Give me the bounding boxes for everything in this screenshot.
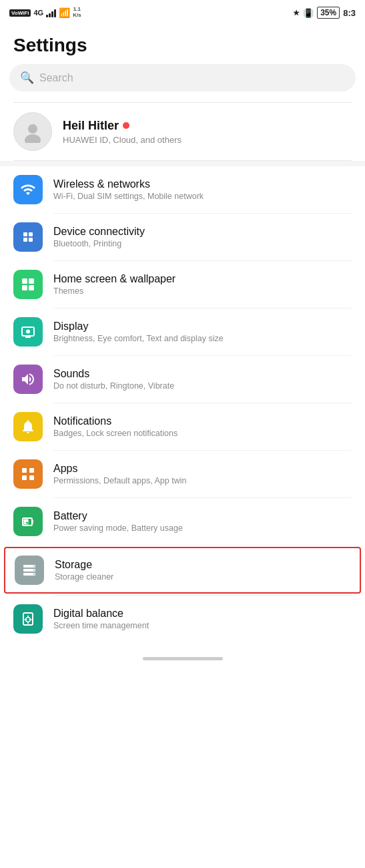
svg-rect-4 [23, 238, 27, 242]
wireless-title: Wireless & networks [53, 178, 352, 190]
svg-rect-14 [22, 475, 27, 480]
display-icon [13, 317, 43, 347]
battery-svg [20, 513, 36, 529]
divider-8 [53, 545, 352, 546]
speed-text: 1.1K/s [73, 7, 81, 19]
search-placeholder[interactable]: Search [39, 72, 73, 84]
settings-item-sounds[interactable]: Sounds Do not disturb, Ringtone, Vibrate [0, 356, 365, 403]
svg-point-1 [25, 134, 41, 143]
storage-icon [15, 556, 44, 585]
digitalbalance-icon [13, 604, 43, 634]
storage-text: Storage Storage cleaner [55, 559, 350, 582]
wifi-svg [20, 182, 36, 198]
digitalbalance-subtitle: Screen time management [53, 621, 352, 630]
section-divider [0, 161, 365, 166]
profile-name: Heil Hitler [63, 119, 119, 133]
storage-subtitle: Storage cleaner [55, 572, 350, 582]
settings-item-homescreen[interactable]: Home screen & wallpaper Themes [0, 261, 365, 308]
settings-item-storage[interactable]: Storage Storage cleaner [4, 547, 361, 594]
settings-item-notifications[interactable]: Notifications Badges, Lock screen notifi… [0, 403, 365, 450]
notifications-text: Notifications Badges, Lock screen notifi… [53, 415, 352, 438]
display-subtitle: Brightness, Eye comfort, Text and displa… [53, 334, 352, 343]
wifi-icon: 📶 [59, 7, 70, 18]
homescreen-icon [13, 270, 43, 299]
notifications-icon [13, 412, 43, 441]
display-text: Display Brightness, Eye comfort, Text an… [53, 320, 352, 343]
bottom-bar [0, 649, 365, 674]
settings-item-digitalbalance[interactable]: Digital balance Screen time management [0, 596, 365, 642]
profile-section[interactable]: Heil Hitler HUAWEI ID, Cloud, and others [0, 103, 365, 160]
connectivity-svg [20, 229, 36, 245]
connectivity-icon [13, 222, 43, 252]
svg-rect-3 [29, 232, 33, 236]
signal-bar-3 [51, 11, 53, 17]
apps-title: Apps [53, 463, 352, 475]
connectivity-title: Device connectivity [53, 226, 352, 238]
signal-bars [46, 8, 56, 17]
battery-title: Battery [53, 510, 352, 522]
signal-bar-1 [46, 15, 48, 17]
vibrate-icon: 📳 [303, 8, 314, 18]
time-display: 8:3 [343, 8, 356, 18]
connectivity-text: Device connectivity Bluetooth, Printing [53, 226, 352, 248]
svg-rect-15 [29, 475, 34, 480]
profile-info: Heil Hitler HUAWEI ID, Cloud, and others [63, 119, 181, 145]
battery-text: Battery Power saving mode, Battery usage [53, 510, 352, 533]
svg-rect-6 [22, 278, 27, 284]
profile-name-row: Heil Hitler [63, 119, 181, 133]
apps-svg [20, 466, 36, 482]
sounds-svg [20, 371, 36, 387]
signal-bar-4 [54, 9, 56, 17]
apps-text: Apps Permissions, Default apps, App twin [53, 463, 352, 485]
status-bar: VoWiFi 4G 📶 1.1K/s ★ 📳 35% 8:3 [0, 0, 365, 24]
search-bar[interactable]: 🔍 Search [9, 64, 356, 91]
avatar [13, 112, 52, 151]
digitalbalance-text: Digital balance Screen time management [53, 608, 352, 630]
settings-item-display[interactable]: Display Brightness, Eye comfort, Text an… [0, 308, 365, 355]
sounds-title: Sounds [53, 368, 352, 380]
svg-point-24 [33, 574, 35, 575]
homescreen-svg [20, 276, 36, 292]
settings-item-battery[interactable]: Battery Power saving mode, Battery usage [0, 498, 365, 545]
svg-point-0 [28, 124, 37, 134]
search-icon: 🔍 [20, 71, 34, 85]
bluetooth-icon: ★ [293, 9, 300, 17]
notifications-title: Notifications [53, 415, 352, 427]
svg-point-11 [26, 330, 30, 334]
svg-rect-9 [29, 285, 34, 290]
settings-item-apps[interactable]: Apps Permissions, Default apps, App twin [0, 451, 365, 497]
sounds-subtitle: Do not disturb, Ringtone, Vibrate [53, 381, 352, 391]
notifications-subtitle: Badges, Lock screen notifications [53, 429, 352, 438]
svg-point-22 [33, 566, 35, 567]
home-indicator [143, 657, 223, 660]
display-svg [20, 324, 36, 340]
display-title: Display [53, 320, 352, 333]
battery-indicator: 35% [317, 7, 340, 19]
svg-point-23 [33, 570, 35, 571]
sounds-text: Sounds Do not disturb, Ringtone, Vibrate [53, 368, 352, 391]
svg-rect-13 [29, 468, 34, 473]
settings-item-wireless[interactable]: Wireless & networks Wi-Fi, Dual SIM sett… [0, 166, 365, 213]
sounds-icon [13, 365, 43, 394]
svg-rect-5 [29, 238, 33, 242]
status-right: ★ 📳 35% 8:3 [293, 7, 356, 19]
digitalbalance-svg [20, 611, 36, 627]
apps-icon [13, 459, 43, 489]
notifications-svg [20, 419, 36, 435]
storage-title: Storage [55, 559, 350, 571]
status-left: VoWiFi 4G 📶 1.1K/s [9, 7, 81, 19]
online-status-dot [123, 122, 129, 129]
svg-rect-7 [29, 278, 34, 284]
wireless-text: Wireless & networks Wi-Fi, Dual SIM sett… [53, 178, 352, 201]
settings-item-connectivity[interactable]: Device connectivity Bluetooth, Printing [0, 214, 365, 260]
homescreen-title: Home screen & wallpaper [53, 273, 352, 285]
digitalbalance-title: Digital balance [53, 608, 352, 620]
svg-rect-12 [22, 468, 27, 473]
signal-bar-2 [49, 13, 51, 17]
svg-rect-8 [22, 285, 27, 290]
storage-svg [21, 562, 37, 578]
wireless-icon [13, 175, 43, 204]
battery-icon [13, 507, 43, 536]
vowifi-badge: VoWiFi [9, 9, 31, 17]
battery-subtitle: Power saving mode, Battery usage [53, 523, 352, 533]
